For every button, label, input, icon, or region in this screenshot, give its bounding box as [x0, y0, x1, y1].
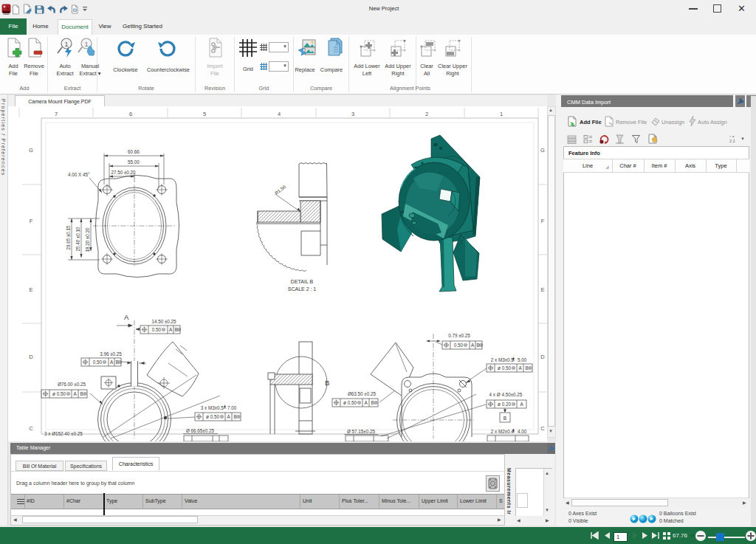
svg-text:27.50 ±0.20: 27.50 ±0.20	[111, 170, 136, 175]
svg-text:DETAIL B: DETAIL B	[291, 279, 314, 284]
svg-text:1: 1	[64, 41, 68, 48]
svg-text:R1.50: R1.50	[274, 184, 287, 196]
svg-text:B: B	[525, 365, 528, 371]
svg-text:3 x M3x0.5 7.00: 3 x M3x0.5 7.00	[201, 405, 237, 410]
svg-text:M: M	[103, 361, 106, 364]
svg-text:C: C	[540, 425, 545, 432]
svg-text:A: A	[110, 359, 114, 365]
svg-text:25.40 ±0.10: 25.40 ±0.10	[75, 227, 80, 252]
svg-text:0.50: 0.50	[152, 327, 162, 332]
svg-text:B: B	[174, 327, 177, 332]
svg-text:Ø76.00 ±0.25: Ø76.00 ±0.25	[58, 382, 86, 387]
svg-text:M: M	[238, 416, 240, 419]
svg-text:B: B	[325, 379, 329, 387]
svg-text:ø 0.50: ø 0.50	[343, 400, 357, 405]
svg-text:18.20 ±0.20: 18.20 ±0.20	[85, 227, 90, 252]
svg-text:A: A	[518, 365, 522, 371]
svg-text:2 x M2x0.4 4.00: 2 x M2x0.4 4.00	[491, 429, 527, 434]
svg-text:C: C	[29, 425, 33, 432]
svg-text:1: 1	[84, 41, 88, 48]
svg-text:A: A	[169, 327, 173, 332]
svg-text:A: A	[520, 402, 523, 407]
svg-text:2: 2	[425, 111, 428, 117]
svg-text:E: E	[540, 286, 544, 293]
svg-text:Ø 66.65±0.25: Ø 66.65±0.25	[186, 428, 215, 433]
svg-text:F: F	[30, 218, 33, 224]
svg-text:B: B	[504, 416, 506, 421]
svg-text:M: M	[221, 416, 223, 419]
svg-text:M: M	[358, 402, 360, 404]
svg-text:G: G	[29, 147, 33, 154]
svg-text:5: 5	[203, 111, 206, 117]
svg-text:55.00: 55.00	[128, 159, 140, 165]
svg-text:A: A	[73, 391, 77, 396]
svg-text:6: 6	[129, 111, 132, 117]
svg-text:M: M	[529, 367, 532, 370]
svg-text:M: M	[119, 361, 121, 364]
svg-text:M: M	[480, 344, 482, 347]
svg-text:B: B	[476, 342, 479, 348]
svg-text:B: B	[233, 414, 236, 419]
svg-text:M: M	[464, 344, 467, 347]
svg-text:B: B	[115, 359, 118, 365]
svg-text:7: 7	[55, 111, 58, 117]
svg-text:ø 0.20: ø 0.20	[498, 402, 511, 407]
svg-text:0.79 ±0.25: 0.79 ±0.25	[448, 333, 470, 338]
svg-text:M: M	[375, 402, 377, 404]
svg-text:Ø 57.15±0.25: Ø 57.15±0.25	[347, 429, 376, 434]
svg-text:M: M	[162, 328, 165, 331]
svg-text:ø 0.50: ø 0.50	[498, 365, 511, 371]
svg-text:29.65 ±0.15: 29.65 ±0.15	[66, 225, 71, 250]
svg-text:4 x Ø 4.50±0.25: 4 x Ø 4.50±0.25	[489, 392, 523, 397]
svg-text:Ø63.50 ±0.25: Ø63.50 ±0.25	[348, 391, 377, 396]
svg-text:D: D	[29, 354, 33, 360]
svg-text:4: 4	[278, 111, 281, 117]
svg-text:1: 1	[500, 111, 503, 117]
svg-text:M: M	[178, 328, 180, 331]
svg-text:E: E	[29, 286, 32, 293]
svg-text:D: D	[540, 354, 545, 360]
svg-text:ø 0.50: ø 0.50	[52, 391, 66, 396]
svg-text:F: F	[541, 218, 545, 224]
svg-text:3.96 ±0.25: 3.96 ±0.25	[100, 351, 122, 357]
svg-text:M: M	[84, 393, 86, 396]
svg-text:M: M	[512, 367, 515, 370]
svg-text:A: A	[364, 400, 368, 405]
svg-text:SCALE 2 : 1: SCALE 2 : 1	[288, 286, 317, 292]
svg-text:14.50 ±0.25: 14.50 ±0.25	[151, 319, 176, 324]
svg-text:3 x Ø152.40 ±0.25: 3 x Ø152.40 ±0.25	[44, 431, 83, 436]
svg-text:A: A	[227, 414, 230, 419]
svg-text:B: B	[80, 391, 83, 396]
svg-text:M: M	[67, 393, 69, 396]
svg-text:ø 0.50: ø 0.50	[206, 414, 219, 419]
svg-text:A: A	[471, 342, 475, 348]
svg-text:2 x M3x0.5 5.00: 2 x M3x0.5 5.00	[491, 357, 527, 362]
svg-text:60.66: 60.66	[128, 149, 140, 154]
svg-text:A: A	[124, 313, 129, 321]
svg-text:3: 3	[351, 111, 354, 117]
svg-text:0.50: 0.50	[454, 342, 464, 348]
svg-text:G: G	[540, 147, 545, 154]
svg-text:4.00 X 45°: 4.00 X 45°	[68, 172, 90, 177]
svg-text:0.50: 0.50	[93, 359, 103, 365]
svg-text:M: M	[512, 403, 515, 406]
svg-text:B: B	[371, 400, 374, 405]
